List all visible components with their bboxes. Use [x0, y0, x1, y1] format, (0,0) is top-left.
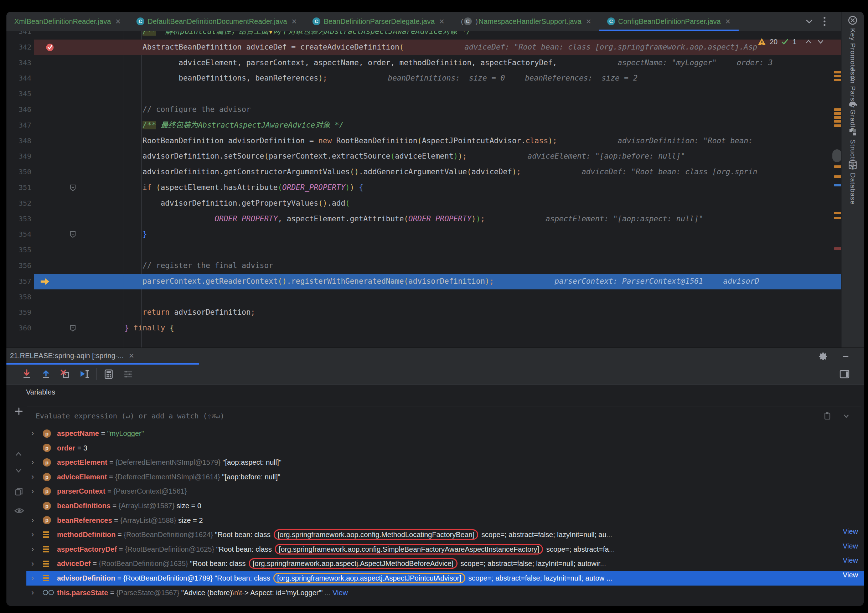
- variables-header[interactable]: Variables: [6, 384, 864, 400]
- view-link[interactable]: View: [843, 556, 858, 565]
- expand-chevron-icon[interactable]: ›: [31, 513, 34, 528]
- variable-row[interactable]: ›ViewadvisorDefinition = {RootBeanDefini…: [26, 571, 864, 585]
- expand-chevron-icon[interactable]: ›: [31, 484, 34, 498]
- expand-chevron-icon[interactable]: ›: [31, 426, 34, 441]
- code-line[interactable]: 346// configure the advisor: [6, 102, 842, 118]
- history-chevron-icon[interactable]: [842, 412, 850, 420]
- move-down-icon[interactable]: [14, 466, 23, 474]
- fold-marker-icon[interactable]: [70, 184, 76, 191]
- debug-session-tab[interactable]: 21.RELEASE:spring-aqin [:spring-... ✕: [10, 348, 134, 363]
- gear-icon[interactable]: [819, 352, 828, 361]
- close-icon[interactable]: ✕: [439, 17, 445, 26]
- breakpoint-icon[interactable]: [46, 43, 54, 52]
- copy-icon[interactable]: [14, 487, 23, 497]
- code-line[interactable]: 347/** 最终包装为AbstractAspectJAwareAdvice对象…: [6, 118, 842, 133]
- arrow-up-blue-icon[interactable]: [40, 369, 51, 380]
- code-line[interactable]: 351if (aspectElement.hasAttribute(ORDER_…: [6, 180, 842, 196]
- arrow-down-red-icon[interactable]: [22, 369, 32, 380]
- close-icon[interactable]: ✕: [129, 352, 134, 360]
- code-line[interactable]: 352advisorDefinition.getPropertyValues()…: [6, 196, 842, 211]
- variable-row[interactable]: ›pbeanReferences = {ArrayList@1588} size…: [26, 513, 864, 528]
- expand-chevron-icon[interactable]: ›: [31, 571, 34, 585]
- expand-chevron-icon[interactable]: ›: [31, 528, 34, 542]
- close-icon[interactable]: ✕: [586, 17, 592, 26]
- variable-row[interactable]: ›paspectElement = {DeferredElementNSImpl…: [26, 455, 864, 470]
- chevron-down-icon[interactable]: [804, 17, 814, 26]
- code-token: (: [467, 168, 471, 176]
- scrollbar-thumb[interactable]: [832, 149, 842, 162]
- variable-row[interactable]: ›padviceElement = {DeferredElementNSImpl…: [26, 470, 864, 484]
- variable-row[interactable]: ›ViewmethodDefinition = {RootBeanDefinit…: [26, 528, 864, 542]
- fold-marker[interactable]: [70, 320, 76, 336]
- breakpoint[interactable]: [46, 40, 54, 55]
- code-line[interactable]: 353ORDER_PROPERTY, aspectElement.getAttr…: [6, 211, 842, 227]
- code-token: /**: [143, 31, 156, 36]
- fold-marker-icon[interactable]: [70, 325, 76, 332]
- view-link[interactable]: View: [332, 589, 348, 597]
- close-icon[interactable]: ✕: [725, 17, 731, 26]
- minimize-icon[interactable]: [842, 352, 849, 360]
- code-line[interactable]: 350advisorDefinition.getConstructorArgum…: [6, 164, 842, 180]
- variable-row[interactable]: ›paspectName = "myLogger": [26, 426, 864, 441]
- variable-row[interactable]: pbeanDefinitions = {ArrayList@1587} size…: [26, 498, 864, 513]
- calculator-icon[interactable]: [103, 369, 114, 380]
- code-line[interactable]: 348RootBeanDefinition advisorDefinition …: [6, 133, 842, 149]
- chevron-down-icon[interactable]: [816, 37, 825, 46]
- editor-tab[interactable]: (C)NamespaceHandlerSupport.java✕: [453, 12, 599, 31]
- eye-icon[interactable]: [14, 506, 24, 515]
- editor-tab[interactable]: CBeanDefinitionParserDelegate.java✕: [305, 12, 452, 31]
- code-line[interactable]: 345: [6, 86, 842, 102]
- chevron-up-icon[interactable]: [804, 37, 813, 46]
- code-line[interactable]: 342AbstractBeanDefinition adviceDef = cr…: [6, 40, 842, 55]
- move-up-icon[interactable]: [14, 450, 23, 459]
- expand-chevron-icon[interactable]: ›: [31, 585, 34, 600]
- variable-icon: [43, 556, 49, 571]
- editor-tab[interactable]: CDefaultBeanDefinitionDocumentReader.jav…: [129, 12, 305, 31]
- view-link[interactable]: View: [843, 542, 858, 550]
- variable-icon: p: [43, 513, 51, 528]
- fold-marker-icon[interactable]: [70, 231, 76, 238]
- variable-row[interactable]: ›ViewadviceDef = {RootBeanDefinition@163…: [26, 556, 864, 571]
- expand-chevron-icon[interactable]: ›: [31, 470, 34, 484]
- code-line[interactable]: 354}: [6, 227, 842, 242]
- expand-chevron-icon[interactable]: ›: [31, 542, 34, 557]
- variable-row[interactable]: ›pparserContext = {ParserContext@1561}: [26, 484, 864, 498]
- fold-marker[interactable]: [70, 227, 76, 242]
- code-line[interactable]: 355: [6, 242, 842, 258]
- paste-icon[interactable]: [823, 412, 832, 420]
- kebab-menu-icon[interactable]: [823, 16, 826, 27]
- code-line[interactable]: 341/** 解析pointcut属性，结合上面▼两个对象包装为Abstract…: [6, 31, 842, 40]
- debugger-inline-hint: aspectName: "myLogger": [617, 59, 716, 67]
- tool-window-button-gradle[interactable]: Gradle: [842, 98, 864, 132]
- editor-tab[interactable]: XmlBeanDefinitionReader.java✕: [6, 12, 129, 31]
- code-line[interactable]: 344beanDefinitions, beanReferences);bean…: [6, 71, 842, 86]
- drop-frame-icon[interactable]: [60, 369, 71, 380]
- add-watch-icon[interactable]: [14, 407, 23, 416]
- layout-settings-icon[interactable]: [839, 369, 850, 380]
- code-line[interactable]: 359return advisorDefinition;: [6, 305, 842, 320]
- expand-chevron-icon[interactable]: ›: [31, 455, 34, 470]
- variable-row[interactable]: ›ViewaspectFactoryDef = {RootBeanDefinit…: [26, 542, 864, 557]
- code-line[interactable]: 356// register the final advisor: [6, 258, 842, 274]
- execution-pointer: [40, 274, 50, 289]
- code-editor[interactable]: 341/** 解析pointcut属性，结合上面▼两个对象包装为Abstract…: [6, 31, 842, 348]
- view-link[interactable]: View: [843, 528, 858, 535]
- editor-tab[interactable]: CConfigBeanDefinitionParser.java✕: [599, 12, 739, 31]
- code-line[interactable]: 357parserContext.getReaderContext().regi…: [6, 274, 842, 289]
- code-line[interactable]: 343adviceElement, parserContext, aspectN…: [6, 55, 842, 71]
- view-link[interactable]: View: [843, 571, 858, 579]
- variable-row[interactable]: porder = 3: [26, 441, 864, 455]
- stripe-mark: [834, 79, 842, 81]
- run-to-cursor-icon[interactable]: [79, 369, 90, 380]
- expand-chevron-icon[interactable]: ›: [31, 556, 34, 571]
- fold-marker[interactable]: [70, 180, 76, 196]
- tool-window-button-database[interactable]: Database: [842, 160, 864, 205]
- close-icon[interactable]: ✕: [291, 17, 297, 26]
- code-line[interactable]: 349advisorDefinition.setSource(parserCon…: [6, 149, 842, 164]
- code-line[interactable]: 360} finally {: [6, 320, 842, 336]
- close-icon[interactable]: ✕: [115, 17, 121, 26]
- code-line[interactable]: 358: [6, 289, 842, 305]
- variable-row[interactable]: ›this.parseState = {ParseState@1567} "Ad…: [26, 585, 864, 600]
- mute-watches-icon[interactable]: [122, 369, 133, 380]
- evaluate-expression-input[interactable]: Evaluate expression (↵) or add a watch (…: [27, 407, 861, 425]
